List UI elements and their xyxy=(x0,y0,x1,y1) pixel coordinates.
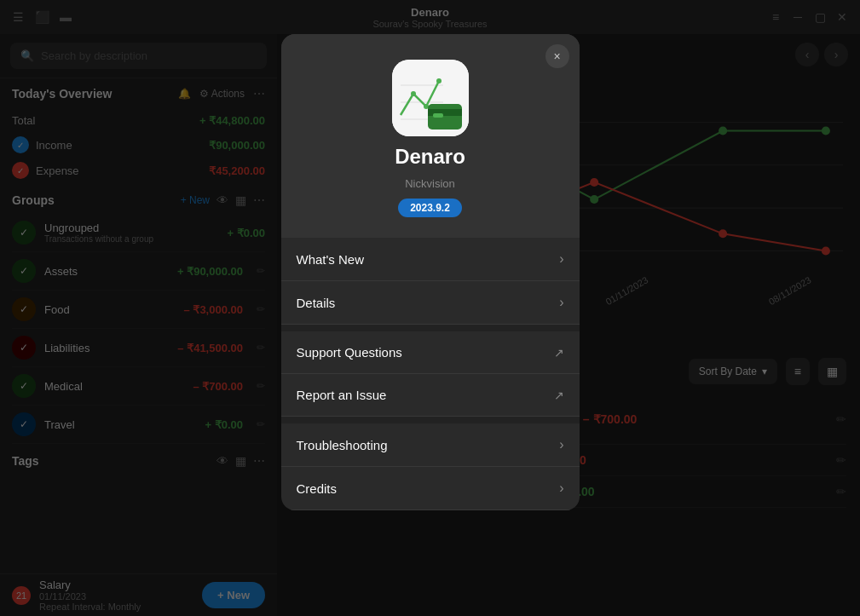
modal-body: What's New › Details › Support Questions… xyxy=(281,238,580,510)
details-chevron-icon: › xyxy=(559,295,563,310)
modal-header: Denaro Nickvision 2023.9.2 xyxy=(281,34,580,238)
whats-new-chevron-icon: › xyxy=(559,251,563,267)
credits-chevron-icon: › xyxy=(559,481,563,496)
modal-close-button[interactable]: × xyxy=(545,44,569,68)
version-badge: 2023.9.2 xyxy=(398,199,462,217)
modal-section-divider xyxy=(281,325,580,331)
modal-overlay[interactable]: × xyxy=(0,0,860,616)
troubleshooting-chevron-icon: › xyxy=(559,437,563,452)
troubleshooting-label: Troubleshooting xyxy=(297,438,388,452)
report-external-icon: ↗ xyxy=(554,389,564,402)
app-icon xyxy=(392,60,469,136)
app-info-modal: × xyxy=(281,34,580,510)
modal-developer: Nickvision xyxy=(405,177,455,190)
details-label: Details xyxy=(297,296,336,310)
modal-section-whats-new[interactable]: What's New › xyxy=(281,238,580,281)
support-label: Support Questions xyxy=(297,345,402,360)
support-external-icon: ↗ xyxy=(554,346,564,360)
modal-section-divider-2 xyxy=(281,417,580,423)
svg-rect-25 xyxy=(433,113,443,118)
close-icon: × xyxy=(553,49,560,63)
app-icon-svg xyxy=(392,60,469,136)
whats-new-label: What's New xyxy=(297,252,365,267)
svg-point-20 xyxy=(411,91,416,96)
svg-rect-24 xyxy=(428,109,462,116)
modal-app-name: Denaro xyxy=(395,145,465,169)
modal-section-report[interactable]: Report an Issue ↗ xyxy=(281,374,580,417)
report-label: Report an Issue xyxy=(297,388,387,402)
modal-section-details[interactable]: Details › xyxy=(281,281,580,325)
credits-label: Credits xyxy=(297,481,338,496)
modal-section-credits[interactable]: Credits › xyxy=(281,467,580,510)
modal-section-troubleshooting[interactable]: Troubleshooting › xyxy=(281,423,580,467)
svg-point-22 xyxy=(436,78,442,83)
svg-rect-23 xyxy=(428,104,462,130)
modal-section-support[interactable]: Support Questions ↗ xyxy=(281,331,580,374)
